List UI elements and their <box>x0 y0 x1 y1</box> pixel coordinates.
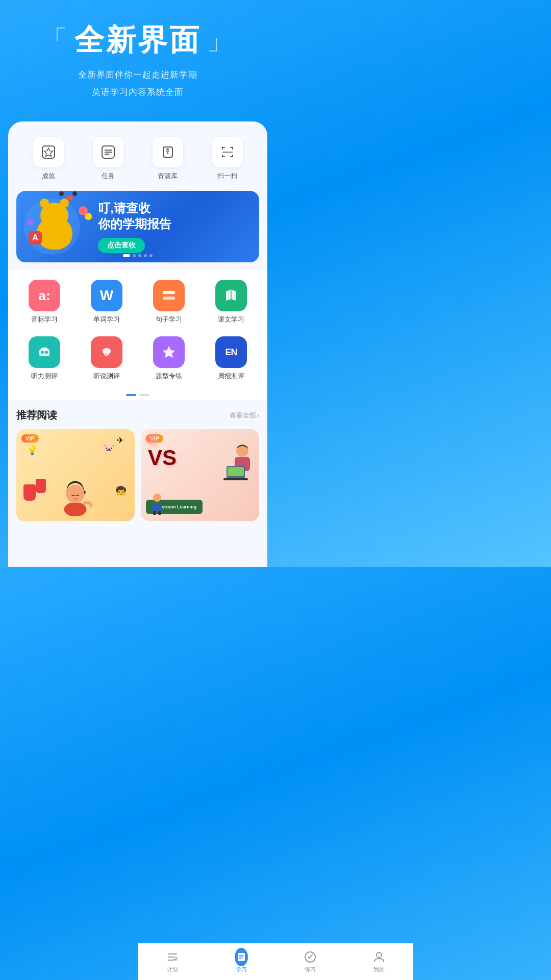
exercises-label: 题型专练 <box>156 372 182 381</box>
grid-dot-2 <box>139 394 149 396</box>
svg-rect-11 <box>39 349 49 356</box>
card-1-content: 💡 ✈ 🐷 🧒 <box>16 429 135 521</box>
listening-label: 听力测评 <box>31 372 58 381</box>
vs-text: VS <box>148 447 177 469</box>
textbook-label: 课文学习 <box>218 315 244 324</box>
banner-cta-button[interactable]: 点击查收 <box>98 238 145 253</box>
svg-rect-14 <box>41 348 47 350</box>
svg-point-12 <box>41 351 44 354</box>
header-subtitle: 全新界面伴你一起走进新学期 英语学习内容系统全面 <box>10 66 265 101</box>
section-header: 推荐阅读 查看全部 › <box>16 408 259 422</box>
quick-icon-resource[interactable]: 资源库 <box>153 137 183 181</box>
svg-point-23 <box>153 494 161 502</box>
deco-bulb: 💡 <box>27 445 38 456</box>
svg-point-17 <box>66 485 85 503</box>
section-more-button[interactable]: 查看全部 › <box>230 411 259 420</box>
dot-3 <box>138 254 141 257</box>
main-card: 成就 任务 资源库 <box>8 121 267 567</box>
svg-rect-9 <box>163 297 175 300</box>
dot-1 <box>123 254 130 257</box>
speaking-label: 听说测评 <box>93 372 120 381</box>
app-header: 「 全新界面 」 全新界面伴你一起走进新学期 英语学习内容系统全面 <box>0 0 276 111</box>
quick-icon-achievement[interactable]: 成就 <box>33 137 64 181</box>
reading-cards-grid: VIP 💡 ✈ 🐷 🧒 <box>16 429 259 521</box>
svg-point-6 <box>167 149 168 150</box>
listening-icon <box>29 336 60 368</box>
dot-2 <box>133 254 136 257</box>
app-textbook[interactable]: 课文学习 <box>201 275 261 329</box>
dot-4 <box>144 254 147 257</box>
quick-icon-scan[interactable]: 扫一扫 <box>212 137 243 181</box>
lantern-2 <box>36 479 46 493</box>
speaking-icon <box>91 336 122 368</box>
deco-plane: ✈ <box>117 435 123 445</box>
bracket-close: 」 <box>206 22 235 58</box>
vocabulary-icon: W <box>91 280 122 311</box>
svg-rect-21 <box>228 467 244 476</box>
banner-title: 叮,请查收 你的学期报告 <box>98 200 249 232</box>
phonics-icon: a: <box>29 280 60 311</box>
card-2-content: VS <box>141 429 259 521</box>
quick-icon-task[interactable]: 任务 <box>93 137 123 181</box>
textbook-icon <box>215 280 247 311</box>
weekly-label: 周报测评 <box>218 372 244 381</box>
svg-rect-8 <box>163 291 175 294</box>
section-title: 推荐阅读 <box>16 408 57 422</box>
vocabulary-label: 单词学习 <box>93 315 120 324</box>
app-grid: a: 音标学习 W 单词学习 句子学习 <box>8 271 267 388</box>
app-sentences[interactable]: 句子学习 <box>139 275 199 329</box>
achievement-label: 成就 <box>42 172 55 181</box>
deco-pig: 🐷 <box>103 442 115 454</box>
svg-point-16 <box>64 502 87 516</box>
app-weekly[interactable]: EN 周报测评 <box>201 331 261 386</box>
achievement-icon-box <box>33 137 64 167</box>
reading-card-2[interactable]: VIP VS <box>141 429 259 521</box>
sparkle-star2: ✦ <box>120 493 124 498</box>
svg-rect-22 <box>223 478 248 480</box>
app-speaking[interactable]: 听说测评 <box>77 331 137 386</box>
title-text: 全新界面 <box>74 20 201 60</box>
banner-text: 叮,请查收 你的学期报告 点击查收 <box>98 200 249 253</box>
resource-label: 资源库 <box>158 172 178 181</box>
dot-5 <box>149 254 153 257</box>
svg-marker-1 <box>44 148 53 157</box>
promotional-banner[interactable]: A 叮,请查收 你的学期报告 点击查收 <box>16 191 259 262</box>
svg-point-13 <box>45 351 48 354</box>
bear-body <box>37 216 72 250</box>
sparkle-star: ✦ <box>126 498 131 505</box>
scan-label: 扫一扫 <box>217 172 237 181</box>
task-label: 任务 <box>102 172 115 181</box>
app-listening[interactable]: 听力测评 <box>14 331 74 386</box>
svg-rect-25 <box>153 511 156 515</box>
exercises-icon <box>153 336 185 368</box>
header-title: 「 全新界面 」 <box>10 20 265 60</box>
task-icon-box <box>93 137 123 167</box>
app-phonics[interactable]: a: 音标学习 <box>14 275 74 329</box>
sentences-icon <box>153 280 185 311</box>
grid-page-indicator <box>8 392 267 400</box>
grid-dot-active <box>126 394 136 396</box>
resource-icon-box <box>153 137 183 167</box>
banner-mascot: A <box>27 204 93 250</box>
sentences-label: 句子学习 <box>156 315 182 324</box>
quick-icons-row: 成就 任务 资源库 <box>8 132 267 189</box>
banner-pagination <box>123 254 153 257</box>
reading-section: 推荐阅读 查看全部 › VIP 💡 ✈ 🐷 🧒 <box>8 400 267 526</box>
bracket-open: 「 <box>41 22 69 58</box>
phonics-label: 音标学习 <box>31 315 58 324</box>
svg-rect-26 <box>158 511 161 515</box>
lantern-1 <box>23 484 36 501</box>
app-vocabulary[interactable]: W 单词学习 <box>77 275 137 329</box>
reading-card-1[interactable]: VIP 💡 ✈ 🐷 🧒 <box>16 429 135 521</box>
app-exercises[interactable]: 题型专练 <box>139 331 199 386</box>
svg-marker-15 <box>163 346 175 358</box>
weekly-icon: EN <box>215 336 247 368</box>
scan-icon-box <box>212 137 243 167</box>
